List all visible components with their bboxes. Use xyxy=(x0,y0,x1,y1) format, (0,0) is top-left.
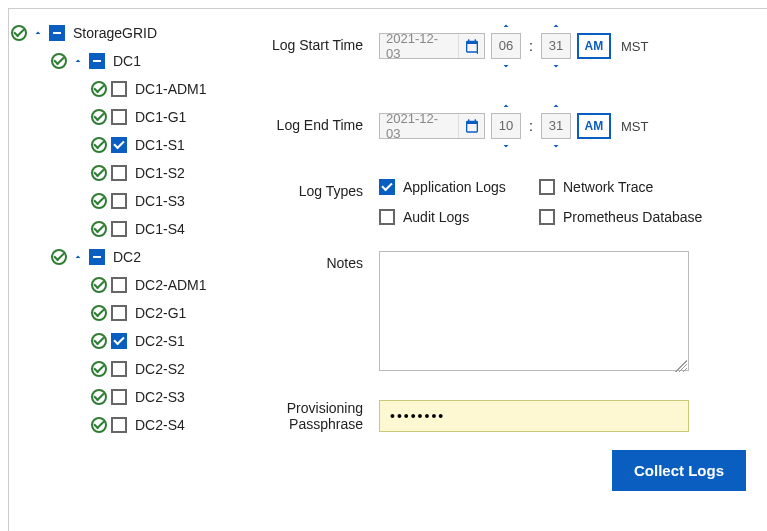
start-date-input[interactable]: 2021-12-03 xyxy=(379,33,485,59)
passphrase-input[interactable] xyxy=(379,400,689,432)
time-colon: : xyxy=(527,118,535,134)
minute-up-icon[interactable] xyxy=(549,99,563,113)
start-timezone: MST xyxy=(621,39,648,54)
checkbox-dc1[interactable] xyxy=(89,53,105,69)
log-start-time-picker: 2021-12-03 06 : 31 xyxy=(379,19,760,73)
log-type-label: Prometheus Database xyxy=(563,209,702,225)
log-end-time-label: Log End Time xyxy=(249,99,379,133)
status-ok-icon xyxy=(51,53,67,69)
status-ok-icon xyxy=(91,417,107,433)
start-hour[interactable]: 06 xyxy=(491,33,521,59)
log-start-time-label: Log Start Time xyxy=(249,19,379,53)
start-ampm-toggle[interactable]: AM xyxy=(577,33,611,59)
time-colon: : xyxy=(527,38,535,54)
checkbox-node[interactable] xyxy=(111,137,127,153)
checkbox-node[interactable] xyxy=(111,333,127,349)
checkbox-dc2[interactable] xyxy=(89,249,105,265)
checkbox-audit-logs[interactable] xyxy=(379,209,395,225)
status-ok-icon xyxy=(91,193,107,209)
status-ok-icon xyxy=(11,25,27,41)
minute-down-icon[interactable] xyxy=(549,139,563,153)
notes-textarea[interactable] xyxy=(379,251,689,371)
end-date-text: 2021-12-03 xyxy=(380,111,458,141)
hour-up-icon[interactable] xyxy=(499,19,513,33)
tree-node-dc1: DC1 xyxy=(11,47,245,75)
end-minute[interactable]: 31 xyxy=(541,113,571,139)
checkbox-node[interactable] xyxy=(111,193,127,209)
end-date-input[interactable]: 2021-12-03 xyxy=(379,113,485,139)
hour-down-icon[interactable] xyxy=(499,59,513,73)
checkbox-storagegrid[interactable] xyxy=(49,25,65,41)
tree-node: DC2-S2 xyxy=(11,355,245,383)
status-ok-icon xyxy=(51,249,67,265)
calendar-icon[interactable] xyxy=(458,34,484,58)
checkbox-node[interactable] xyxy=(111,221,127,237)
tree-node: DC1-S1 xyxy=(11,131,245,159)
notes-label: Notes xyxy=(249,251,379,271)
collapse-icon[interactable] xyxy=(71,54,85,68)
tree-node: DC2-ADM1 xyxy=(11,271,245,299)
tree-node-storagegrid: StorageGRID xyxy=(11,19,245,47)
node-label: DC1-S3 xyxy=(135,193,185,209)
log-type-label: Network Trace xyxy=(563,179,653,195)
minute-down-icon[interactable] xyxy=(549,59,563,73)
hour-down-icon[interactable] xyxy=(499,139,513,153)
tree-node-dc2: DC2 xyxy=(11,243,245,271)
node-label: DC1-ADM1 xyxy=(135,81,207,97)
tree-node: DC1-S2 xyxy=(11,159,245,187)
log-type-audit[interactable]: Audit Logs xyxy=(379,209,539,225)
end-hour[interactable]: 10 xyxy=(491,113,521,139)
node-label: DC2-G1 xyxy=(135,305,186,321)
collapse-icon[interactable] xyxy=(71,250,85,264)
passphrase-label: Provisioning Passphrase xyxy=(249,400,379,432)
tree-node: DC2-S1 xyxy=(11,327,245,355)
tree-node: DC1-G1 xyxy=(11,103,245,131)
node-label: DC1-G1 xyxy=(135,109,186,125)
log-types-label: Log Types xyxy=(249,179,379,199)
start-date-text: 2021-12-03 xyxy=(380,31,458,61)
node-label: DC1-S2 xyxy=(135,165,185,181)
status-ok-icon xyxy=(91,277,107,293)
log-type-label: Audit Logs xyxy=(403,209,469,225)
status-ok-icon xyxy=(91,81,107,97)
log-type-prometheus[interactable]: Prometheus Database xyxy=(539,209,719,225)
log-form: Log Start Time 2021-12-03 06 : xyxy=(249,9,767,531)
checkbox-node[interactable] xyxy=(111,417,127,433)
checkbox-application-logs[interactable] xyxy=(379,179,395,195)
status-ok-icon xyxy=(91,389,107,405)
checkbox-node[interactable] xyxy=(111,389,127,405)
log-type-application[interactable]: Application Logs xyxy=(379,179,539,195)
tree-node: DC1-S3 xyxy=(11,187,245,215)
log-type-network[interactable]: Network Trace xyxy=(539,179,719,195)
status-ok-icon xyxy=(91,137,107,153)
node-tree: StorageGRID DC1 DC1-ADM1DC1-G1DC1-S1DC1-… xyxy=(9,9,249,531)
tree-node: DC1-ADM1 xyxy=(11,75,245,103)
status-ok-icon xyxy=(91,305,107,321)
minute-up-icon[interactable] xyxy=(549,19,563,33)
tree-node: DC2-S3 xyxy=(11,383,245,411)
tree-node: DC2-G1 xyxy=(11,299,245,327)
node-label: DC2 xyxy=(113,249,141,265)
calendar-icon[interactable] xyxy=(458,114,484,138)
checkbox-node[interactable] xyxy=(111,81,127,97)
log-end-time-picker: 2021-12-03 10 : 31 xyxy=(379,99,760,153)
node-label: StorageGRID xyxy=(73,25,157,41)
status-ok-icon xyxy=(91,221,107,237)
start-minute[interactable]: 31 xyxy=(541,33,571,59)
checkbox-network-trace[interactable] xyxy=(539,179,555,195)
status-ok-icon xyxy=(91,333,107,349)
checkbox-node[interactable] xyxy=(111,305,127,321)
collapse-icon[interactable] xyxy=(31,26,45,40)
checkbox-prometheus[interactable] xyxy=(539,209,555,225)
end-ampm-toggle[interactable]: AM xyxy=(577,113,611,139)
status-ok-icon xyxy=(91,361,107,377)
hour-up-icon[interactable] xyxy=(499,99,513,113)
checkbox-node[interactable] xyxy=(111,277,127,293)
node-label: DC1-S1 xyxy=(135,137,185,153)
log-type-label: Application Logs xyxy=(403,179,506,195)
checkbox-node[interactable] xyxy=(111,165,127,181)
collect-logs-button[interactable]: Collect Logs xyxy=(612,450,746,491)
checkbox-node[interactable] xyxy=(111,109,127,125)
checkbox-node[interactable] xyxy=(111,361,127,377)
end-timezone: MST xyxy=(621,119,648,134)
